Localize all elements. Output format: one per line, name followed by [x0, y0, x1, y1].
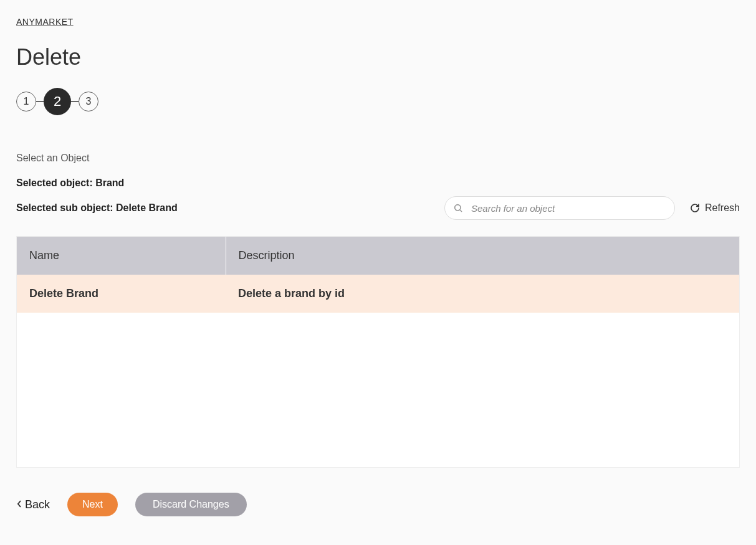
footer-bar: Back Next Discard Changes: [16, 493, 740, 516]
discard-button[interactable]: Discard Changes: [135, 493, 247, 516]
svg-point-0: [455, 205, 461, 211]
refresh-icon: [690, 203, 700, 213]
cell-description: Delete a brand by id: [226, 275, 739, 313]
cell-name: Delete Brand: [17, 275, 226, 313]
search-wrapper: [444, 196, 675, 220]
page-title: Delete: [16, 44, 740, 70]
chevron-left-icon: [16, 498, 22, 511]
step-1[interactable]: 1: [16, 92, 36, 111]
step-2[interactable]: 2: [44, 88, 71, 115]
breadcrumb[interactable]: ANYMARKET: [16, 17, 74, 27]
refresh-label: Refresh: [705, 202, 740, 214]
table-row[interactable]: Delete Brand Delete a brand by id: [17, 275, 739, 313]
svg-line-1: [460, 210, 462, 212]
section-label: Select an Object: [16, 153, 740, 164]
step-connector: [71, 101, 79, 102]
refresh-button[interactable]: Refresh: [690, 202, 740, 214]
object-table: Name Description Delete Brand Delete a b…: [16, 236, 740, 468]
selected-object-label: Selected object: Brand: [16, 178, 740, 189]
back-label: Back: [25, 498, 50, 511]
stepper: 1 2 3: [16, 88, 740, 115]
back-button[interactable]: Back: [16, 498, 50, 511]
step-3[interactable]: 3: [79, 92, 98, 111]
column-header-description[interactable]: Description: [226, 237, 739, 275]
step-connector: [36, 101, 44, 102]
search-input[interactable]: [444, 196, 675, 220]
search-icon: [453, 203, 463, 213]
next-button[interactable]: Next: [67, 493, 118, 516]
column-header-name[interactable]: Name: [17, 237, 226, 275]
